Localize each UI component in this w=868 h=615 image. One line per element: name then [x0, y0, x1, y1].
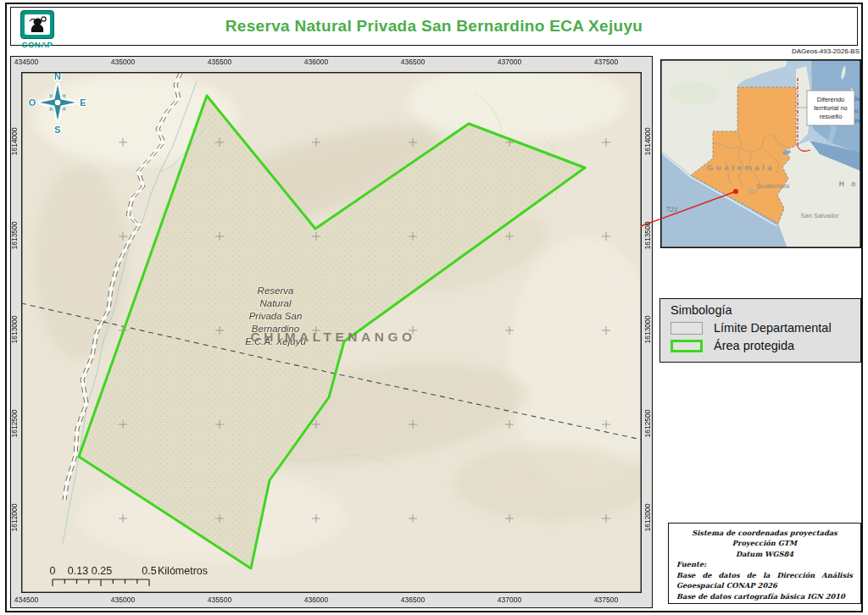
source-line-2: Base de datos cartografía básica IGN 201… — [676, 591, 853, 601]
grid-label-y: 1612500 — [643, 398, 652, 449]
grid-label-y: 1614000 — [10, 116, 19, 167]
legend-swatch-departmental — [670, 322, 703, 335]
fuente-label: Fuente: — [676, 559, 853, 569]
conap-logo-label: CONAP — [18, 40, 57, 49]
info-panel: Sistema de coordenadas proyectadas Proye… — [668, 523, 861, 604]
legend-panel: Simbología Límite Departamental Área pro… — [659, 298, 861, 363]
grid-label-x: 435000 — [97, 596, 148, 604]
grid-label-x: 437500 — [581, 58, 632, 66]
map-sheet: Reserva Natural Privada San Bernardino E… — [0, 0, 868, 615]
source-line-1: Base de datos de la Dirección Análisis G… — [676, 570, 853, 591]
monkey-icon — [25, 14, 50, 35]
grid-label-y: 1613500 — [643, 210, 652, 261]
legend-item-departmental: Límite Departamental — [670, 321, 850, 335]
conap-logo-box — [20, 10, 54, 39]
map-title: Reserva Natural Privada San Bernardino E… — [11, 8, 857, 47]
grid-label-x: 437000 — [484, 58, 535, 66]
grid-label-x: 437500 — [581, 596, 632, 604]
grid-label-y: 1613500 — [10, 210, 19, 261]
grid-label-x: 434500 — [1, 58, 52, 66]
grid-label-y: 1612500 — [10, 398, 19, 449]
grid-label-x: 435500 — [194, 58, 245, 66]
header-bar: Reserva Natural Privada San Bernardino E… — [10, 7, 858, 46]
grid-label-y: 1613000 — [643, 304, 652, 355]
grid-label-x: 435000 — [97, 58, 148, 66]
monkey-glyph — [26, 15, 48, 34]
grid-label-x: 435500 — [194, 596, 245, 604]
grid-label-x: 436000 — [291, 58, 342, 66]
grid-label-y: 1612000 — [643, 492, 652, 543]
main-map-panel — [10, 56, 653, 608]
grid-label-x: 437000 — [484, 596, 535, 604]
grid-label-x: 434500 — [1, 596, 52, 604]
crs-line: Sistema de coordenadas proyectadas — [676, 528, 853, 538]
grid-label-x: 436500 — [387, 596, 438, 604]
legend-swatch-protected — [670, 340, 703, 352]
grid-label-y: 1613000 — [10, 304, 19, 355]
legend-item-protected: Área protegida — [670, 339, 850, 352]
doc-code: DAGeos-493-2026-BS — [792, 47, 860, 55]
datum-line: Datum WGS84 — [676, 549, 853, 559]
projection-line: Proyección GTM — [676, 538, 853, 548]
grid-label-x: 436000 — [291, 596, 342, 604]
conap-logo: CONAP — [18, 10, 57, 49]
legend-title: Simbología — [670, 303, 850, 317]
grid-label-y: 1612000 — [10, 492, 19, 543]
grid-label-x: 436500 — [387, 58, 438, 66]
grid-label-y: 1614000 — [643, 116, 652, 167]
